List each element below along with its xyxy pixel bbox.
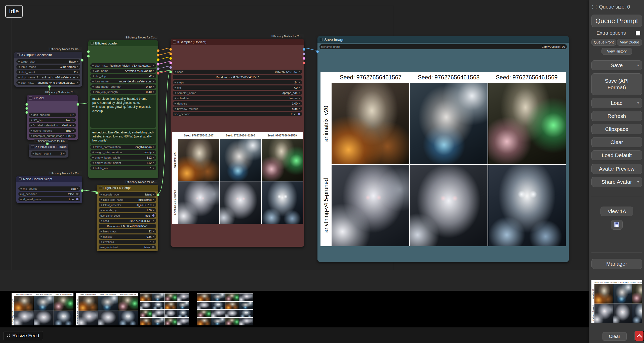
decrement-arrow-icon[interactable]: ◀: [92, 91, 94, 93]
node-widget[interactable]: ◀ denoise 0.56 ▶: [99, 234, 156, 239]
decrement-arrow-icon[interactable]: ◀: [30, 114, 32, 116]
decrement-arrow-icon[interactable]: ◀: [100, 199, 102, 201]
decrement-arrow-icon[interactable]: ◀: [18, 71, 20, 73]
node-widget[interactable]: ◀ steps 24 ▶: [173, 80, 302, 84]
increment-arrow-icon[interactable]: ▶: [153, 199, 154, 201]
increment-arrow-icon[interactable]: ▶: [77, 187, 78, 190]
node-widget[interactable]: ◀ Y_label_orientation Vertical ▶: [29, 123, 76, 127]
collapse-icon[interactable]: [19, 177, 22, 180]
decrement-arrow-icon[interactable]: ◀: [30, 119, 32, 121]
collapse-icon[interactable]: [91, 42, 94, 45]
toggle-dot-icon[interactable]: [298, 113, 300, 115]
input-socket[interactable]: [169, 71, 172, 73]
node-xy-input-checkpoint[interactable]: Efficiency Nodes for Co... XY Input: Che…: [14, 52, 82, 87]
output-socket[interactable]: [157, 67, 159, 70]
toggle-dot-icon[interactable]: [152, 214, 154, 217]
input-socket[interactable]: [25, 111, 28, 114]
feed-clear-button[interactable]: Clear: [602, 332, 627, 341]
decrement-arrow-icon[interactable]: ◀: [18, 76, 20, 78]
node-widget[interactable]: ◀ cfg 7.0 ▶: [173, 85, 302, 90]
increment-arrow-icon[interactable]: ▶: [299, 81, 300, 83]
toggle-dot-icon[interactable]: [76, 198, 78, 200]
extra-options-checkbox[interactable]: [636, 31, 640, 35]
input-socket[interactable]: [169, 48, 172, 51]
increment-arrow-icon[interactable]: ▶: [73, 129, 74, 132]
load-default-button[interactable]: Load Default: [591, 150, 642, 160]
increment-arrow-icon[interactable]: ▶: [153, 80, 154, 82]
decrement-arrow-icon[interactable]: ◀: [32, 152, 34, 155]
output-socket[interactable]: [81, 189, 84, 192]
decrement-arrow-icon[interactable]: ◀: [92, 64, 94, 67]
output-socket[interactable]: [157, 58, 159, 61]
node-widget[interactable]: ◀ iterations 1 ▶: [99, 240, 156, 244]
increment-arrow-icon[interactable]: ▶: [153, 241, 154, 243]
decrement-arrow-icon[interactable]: ◀: [100, 220, 102, 222]
node-widget[interactable]: ◀ grid_spacing 5 ▶: [29, 113, 76, 117]
decrement-arrow-icon[interactable]: ◀: [100, 193, 102, 195]
node-title-bar[interactable]: HighRes-Fix Script: [97, 185, 158, 191]
decrement-arrow-icon[interactable]: ◀: [92, 70, 94, 72]
workflow-preview-thumbnail[interactable]: Seed: 97627656461567 Seed: 9762765646156…: [591, 280, 642, 323]
node-widget[interactable]: ◀ lora_name more_details.safetensors ▶: [90, 79, 156, 83]
increment-arrow-icon[interactable]: ▶: [153, 204, 154, 206]
node-widget[interactable]: ◀ vae_decode true ▶: [173, 112, 302, 116]
output-socket[interactable]: [157, 72, 159, 75]
collapse-icon[interactable]: [173, 40, 176, 43]
increment-arrow-icon[interactable]: ▶: [77, 81, 78, 84]
decrement-arrow-icon[interactable]: ◀: [100, 204, 102, 206]
feed-collapse-button[interactable]: [634, 331, 644, 341]
increment-arrow-icon[interactable]: ▶: [77, 71, 78, 73]
node-widget[interactable]: ◀ scheduler karras ▶: [173, 96, 302, 100]
view-queue-button[interactable]: View Queue: [617, 39, 642, 46]
node-title-bar[interactable]: Efficient Loader: [88, 40, 158, 46]
node-widget[interactable]: ◀ empty_latent_width 512 ▶: [90, 155, 156, 160]
increment-arrow-icon[interactable]: ▶: [153, 75, 154, 77]
output-socket[interactable]: [48, 85, 51, 88]
increment-arrow-icon[interactable]: ▶: [153, 91, 154, 93]
node-widget[interactable]: ◀ hires_ckpt_name (use same) ▶: [99, 198, 156, 202]
decrement-arrow-icon[interactable]: ◀: [92, 85, 94, 88]
node-xy-input-seeds-batch[interactable]: Efficiency Nodes for Co... XY Input: See…: [29, 144, 68, 158]
node-widget[interactable]: ◀ ckpt_name_1 animatrix_v20.safetensors …: [16, 75, 80, 79]
decrement-arrow-icon[interactable]: ◀: [174, 71, 176, 73]
node-widget[interactable]: ◀ batch_count 3 ▶: [31, 151, 66, 156]
input-socket[interactable]: [169, 62, 172, 64]
node-widget[interactable]: ◀ clip_skip -2 ▶: [90, 74, 156, 78]
share-avatar-button[interactable]: Share Avatar ▼: [591, 177, 642, 187]
clipspace-button[interactable]: Clipspace: [591, 124, 642, 134]
toggle-dot-icon[interactable]: [76, 193, 78, 195]
node-widget[interactable]: ◀ latent_upscaler ttl_nn.SD 1.x ▶: [99, 203, 156, 207]
increment-arrow-icon[interactable]: ▶: [299, 97, 300, 99]
node-widget[interactable]: ◀ sampler_name dpmpp_sde ▶: [173, 91, 302, 95]
increment-arrow-icon[interactable]: ▶: [153, 70, 154, 72]
decrement-arrow-icon[interactable]: ◀: [30, 124, 32, 126]
decrement-arrow-icon[interactable]: ◀: [174, 81, 176, 83]
output-socket[interactable]: [303, 48, 305, 51]
increment-arrow-icon[interactable]: ▶: [73, 124, 74, 126]
node-widget[interactable]: ◀ empty_latent_height 512 ▶: [90, 161, 156, 165]
collapse-icon[interactable]: [17, 53, 20, 56]
increment-arrow-icon[interactable]: ▶: [73, 114, 74, 116]
node-title-bar[interactable]: XY Input: Checkpoint: [14, 52, 82, 58]
collapse-icon[interactable]: [31, 145, 34, 148]
resize-feed-button[interactable]: Resize Feed: [3, 331, 43, 340]
increment-arrow-icon[interactable]: ▶: [299, 108, 300, 110]
node-widget[interactable]: ◀ ckpt_count 2 ▶: [16, 70, 80, 74]
increment-arrow-icon[interactable]: ▶: [153, 220, 154, 222]
output-socket[interactable]: [157, 49, 159, 52]
feed-thumbnail-grid[interactable]: [140, 293, 189, 325]
increment-arrow-icon[interactable]: ▶: [299, 102, 300, 105]
node-widget[interactable]: ◀ lora_model_strength 0.40 ▶: [90, 84, 156, 89]
increment-arrow-icon[interactable]: ▶: [63, 152, 65, 155]
decrement-arrow-icon[interactable]: ◀: [18, 60, 20, 63]
feed-thumbnail[interactable]: Seed: 97627656461567 Seed: 9762765646156…: [12, 293, 73, 325]
decrement-arrow-icon[interactable]: ◀: [92, 146, 94, 148]
collapse-icon[interactable]: [320, 38, 323, 41]
node-save-image[interactable]: Save Image ◀ filename_prefix ComfyUI/xyp…: [317, 36, 569, 262]
decrement-arrow-icon[interactable]: ◀: [18, 81, 20, 84]
output-socket[interactable]: [157, 193, 159, 196]
collapse-icon[interactable]: [99, 186, 102, 189]
increment-arrow-icon[interactable]: ▶: [153, 151, 154, 153]
collapse-icon[interactable]: [29, 96, 32, 100]
input-socket[interactable]: [169, 53, 172, 55]
